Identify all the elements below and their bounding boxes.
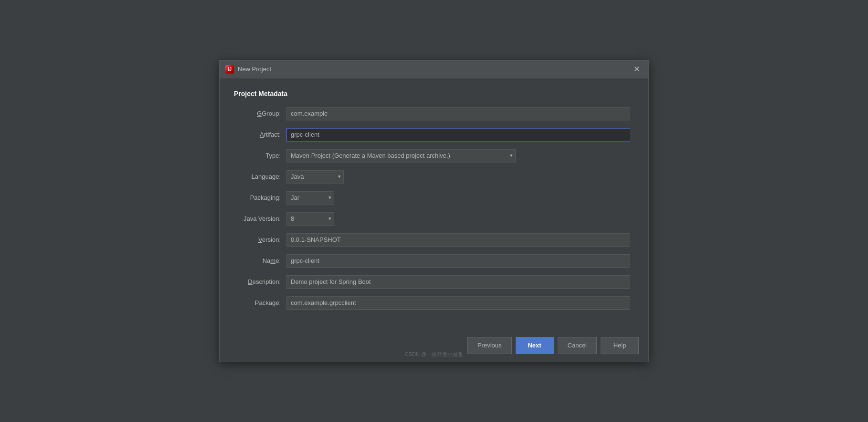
dialog-body: Project Metadata GGroup: Artifact: Type:… bbox=[220, 78, 648, 329]
cancel-button[interactable]: Cancel bbox=[558, 337, 597, 354]
next-button[interactable]: Next bbox=[516, 337, 554, 354]
version-input[interactable] bbox=[286, 233, 630, 247]
description-row: Description: bbox=[234, 275, 634, 289]
language-select-wrapper: Java Kotlin Groovy bbox=[286, 170, 344, 184]
version-row: Version: bbox=[234, 233, 634, 247]
package-row: Package: bbox=[234, 296, 634, 310]
java-version-label: Java Version: bbox=[234, 215, 286, 222]
watermark: CSDN @一枚开发小咸鱼 bbox=[405, 351, 463, 358]
section-title: Project Metadata bbox=[234, 90, 634, 97]
version-label: Version: bbox=[234, 236, 286, 243]
app-icon: IJ bbox=[225, 65, 234, 74]
java-version-select-wrapper: 8 11 17 21 bbox=[286, 212, 334, 226]
title-left: IJ New Project bbox=[225, 65, 271, 74]
app-icon-label: IJ bbox=[228, 66, 232, 72]
artifact-label: Artifact: bbox=[234, 131, 286, 138]
name-input[interactable] bbox=[286, 254, 630, 268]
name-row: Name: bbox=[234, 254, 634, 268]
type-label: Type: bbox=[234, 152, 286, 159]
package-input[interactable] bbox=[286, 296, 630, 310]
java-version-row: Java Version: 8 11 17 21 bbox=[234, 212, 634, 226]
group-input[interactable] bbox=[286, 107, 630, 120]
description-label: Description: bbox=[234, 278, 286, 285]
artifact-input[interactable] bbox=[286, 128, 630, 141]
package-label: Package: bbox=[234, 299, 286, 306]
packaging-label: Packaging: bbox=[234, 194, 286, 201]
name-label: Name: bbox=[234, 257, 286, 264]
group-label: GGroup: bbox=[234, 110, 286, 117]
previous-button[interactable]: Previous bbox=[467, 337, 512, 354]
language-label: Language: bbox=[234, 173, 286, 180]
type-row: Type: Maven Project (Generate a Maven ba… bbox=[234, 149, 634, 162]
dialog-title: New Project bbox=[238, 65, 271, 73]
packaging-select-wrapper: Jar War bbox=[286, 191, 334, 205]
language-row: Language: Java Kotlin Groovy bbox=[234, 170, 634, 184]
packaging-select[interactable]: Jar War bbox=[286, 191, 334, 205]
dialog-footer: CSDN @一枚开发小咸鱼 Previous Next Cancel Help bbox=[220, 329, 648, 362]
group-row: GGroup: bbox=[234, 107, 634, 120]
dialog-titlebar: IJ New Project ✕ bbox=[220, 61, 648, 78]
packaging-row: Packaging: Jar War bbox=[234, 191, 634, 205]
language-select[interactable]: Java Kotlin Groovy bbox=[286, 170, 344, 184]
java-version-select[interactable]: 8 11 17 21 bbox=[286, 212, 334, 226]
close-button[interactable]: ✕ bbox=[631, 65, 643, 74]
type-select[interactable]: Maven Project (Generate a Maven based pr… bbox=[286, 149, 516, 162]
type-select-wrapper: Maven Project (Generate a Maven based pr… bbox=[286, 149, 516, 162]
new-project-dialog: IJ New Project ✕ Project Metadata GGroup… bbox=[219, 60, 649, 362]
help-button[interactable]: Help bbox=[601, 337, 639, 354]
description-input[interactable] bbox=[286, 275, 630, 289]
artifact-row: Artifact: bbox=[234, 128, 634, 141]
